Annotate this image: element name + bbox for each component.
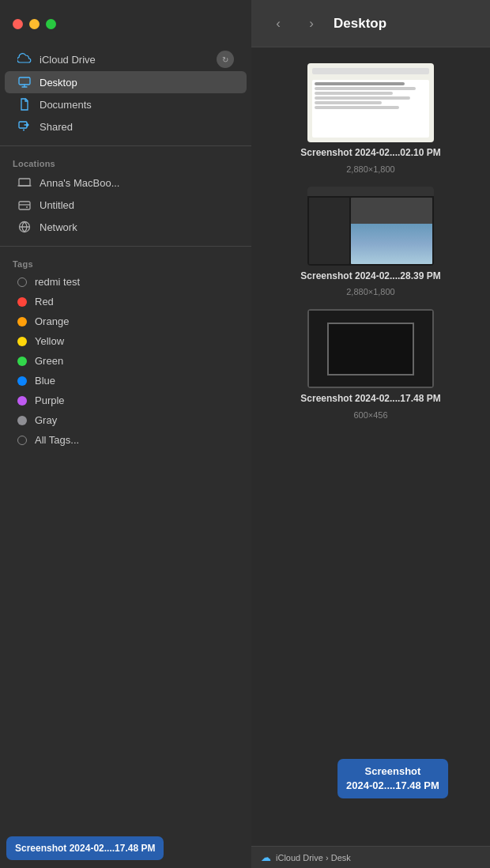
drive-icon (17, 198, 32, 212)
tags-section: Tags redmi test Red Orange Yellow (0, 251, 251, 453)
tag-yellow-label: Yellow (35, 335, 64, 347)
svg-rect-0 (19, 77, 30, 85)
sidebar-item-tag-green[interactable]: Green (5, 351, 247, 371)
sidebar-item-tag-yellow[interactable]: Yellow (5, 331, 247, 351)
macbook-label: Anna's MacBoo... (40, 177, 119, 189)
favorites-section: Desktop Documents (0, 71, 251, 141)
sidebar-item-shared[interactable]: Shared (5, 115, 247, 138)
desktop-icon (17, 75, 32, 89)
screenshot-preview-2 (307, 187, 434, 266)
divider-2 (0, 246, 251, 247)
locations-section: Locations Anna's MacBoo... (0, 151, 251, 241)
sidebar-scroll: iCloud Drive ↻ Desktop (0, 47, 251, 805)
document-icon (17, 97, 32, 111)
bottom-path: iCloud Drive › Desk (276, 853, 351, 862)
title-bar (0, 0, 251, 47)
tag-dot-purple (17, 396, 27, 406)
network-icon (17, 220, 32, 234)
tag-dot-alltags (17, 436, 27, 445)
tag-purple-label: Purple (35, 394, 65, 406)
tag-dot-yellow (17, 337, 27, 346)
tooltip-sidebar: Screenshot 2024-02....17.48 PM (6, 836, 164, 860)
shared-icon (17, 119, 32, 134)
tag-dot-green (17, 357, 27, 366)
screenshot-preview-3 (307, 309, 434, 388)
sidebar-item-redmi[interactable]: redmi test (5, 272, 247, 292)
file-name-1: Screenshot 2024-02....02.10 PM (300, 147, 440, 160)
sidebar-item-desktop[interactable]: Desktop (5, 71, 247, 93)
svg-point-2 (23, 130, 24, 131)
file-thumbnail-2 (307, 187, 434, 266)
locations-label: Locations (0, 151, 251, 172)
file-item-screenshot2[interactable]: Screenshot 2024-02....28.39 PM 2,880×1,8… (292, 187, 450, 297)
tag-green-label: Green (35, 355, 63, 367)
tag-alltags-label: All Tags... (35, 434, 79, 446)
screenshot-preview-1 (307, 63, 434, 142)
svg-rect-4 (19, 202, 30, 209)
file-name-2: Screenshot 2024-02....28.39 PM (300, 270, 440, 283)
tag-dot-red (17, 297, 27, 307)
sidebar-item-tag-purple[interactable]: Purple (5, 391, 247, 410)
file-size-1: 2,880×1,800 (346, 164, 394, 174)
file-grid: Screenshot 2024-02....02.10 PM 2,880×1,8… (251, 47, 490, 846)
tag-dot-gray (17, 416, 27, 425)
tag-blue-label: Blue (35, 375, 55, 387)
sidebar-item-tag-gray[interactable]: Gray (5, 410, 247, 430)
documents-label: Documents (40, 99, 92, 111)
laptop-icon (17, 175, 32, 190)
sidebar-item-untitled[interactable]: Untitled (5, 194, 247, 216)
desktop-label: Desktop (40, 77, 77, 89)
file-name-3: Screenshot 2024-02....17.48 PM (300, 393, 440, 406)
sidebar-item-icloud[interactable]: iCloud Drive ↻ (5, 47, 247, 71)
icloud-bottom-icon: ☁ (261, 851, 271, 863)
network-label: Network (40, 221, 77, 233)
sidebar-item-tag-blue[interactable]: Blue (5, 371, 247, 391)
tooltip-main: Screenshot 2024-02....17.48 PM (337, 759, 448, 798)
sidebar-item-documents[interactable]: Documents (5, 93, 247, 115)
file-thumbnail-3 (307, 309, 434, 388)
file-item-screenshot1[interactable]: Screenshot 2024-02....02.10 PM 2,880×1,8… (292, 63, 450, 174)
sidebar-item-network[interactable]: Network (5, 216, 247, 238)
tag-dot-redmi (17, 277, 27, 287)
maximize-button[interactable] (46, 19, 56, 29)
tag-dot-orange (17, 317, 27, 326)
tag-orange-label: Orange (35, 315, 69, 327)
icloud-label: iCloud Drive (40, 54, 96, 66)
sidebar: iCloud Drive ↻ Desktop (0, 0, 251, 868)
tags-label: Tags (0, 251, 251, 272)
minimize-button[interactable] (29, 19, 40, 29)
tag-red-label: Red (35, 296, 54, 308)
nav-bar: ‹ › Desktop (251, 0, 490, 47)
shared-label: Shared (40, 121, 73, 133)
sidebar-item-macbook[interactable]: Anna's MacBoo... (5, 172, 247, 194)
file-item-screenshot3[interactable]: Screenshot 2024-02....17.48 PM 600×456 (292, 309, 450, 420)
divider-1 (0, 145, 251, 146)
file-size-2: 2,880×1,800 (346, 287, 394, 296)
sidebar-item-tag-orange[interactable]: Orange (5, 311, 247, 331)
sidebar-item-tag-red[interactable]: Red (5, 292, 247, 311)
file-thumbnail-1 (307, 63, 434, 142)
main-content: ‹ › Desktop (251, 0, 490, 868)
sidebar-item-all-tags[interactable]: All Tags... (5, 430, 247, 450)
tag-gray-label: Gray (35, 414, 57, 426)
tag-redmi-label: redmi test (35, 276, 80, 288)
mock-inner (327, 323, 413, 376)
file-size-3: 600×456 (353, 410, 387, 420)
bottom-bar: ☁ iCloud Drive › Desk (251, 846, 490, 868)
icloud-icon (17, 52, 32, 66)
nav-title: Desktop (334, 16, 386, 32)
sync-icon: ↻ (217, 51, 234, 68)
back-button[interactable]: ‹ (267, 13, 289, 35)
forward-button[interactable]: › (300, 13, 322, 35)
tag-dot-blue (17, 376, 27, 386)
untitled-label: Untitled (40, 199, 74, 211)
svg-point-5 (26, 206, 28, 208)
close-button[interactable] (13, 19, 23, 29)
svg-rect-3 (19, 179, 30, 186)
